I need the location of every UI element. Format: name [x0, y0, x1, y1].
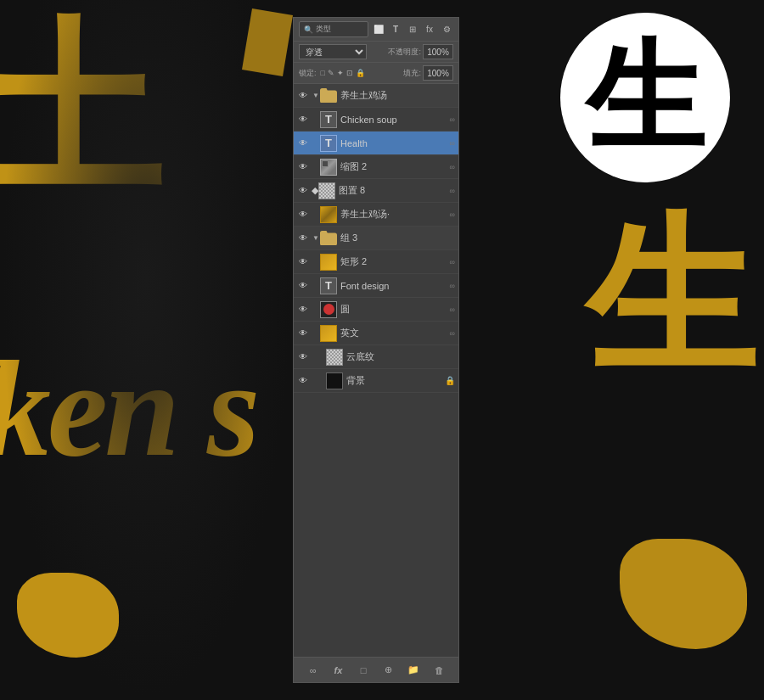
- link-soil: ∞: [450, 210, 455, 219]
- layer-shape2[interactable]: 👁 矩形 2 ∞: [294, 250, 458, 274]
- layer-cloud[interactable]: 👁 云底纹: [294, 345, 458, 369]
- panel-toolbar: 🔍 类型 ⬜ T ⊞ fx ⚙: [294, 18, 458, 42]
- panel-footer: ∞ fx □ ⊕ 📁 🗑: [294, 657, 458, 682]
- bg-text-ken: ken s: [0, 331, 256, 488]
- layer-chicken-soup[interactable]: 👁 T Chicken soup ∞: [294, 108, 458, 132]
- opacity-label: 不透明度:: [388, 47, 421, 58]
- eye-group1[interactable]: 👁: [297, 90, 309, 102]
- link-health: ∞: [450, 139, 455, 148]
- eye-font-design[interactable]: 👁: [297, 280, 309, 292]
- lock-position-btn[interactable]: ✦: [337, 69, 344, 77]
- indent-figure8: ◆: [312, 185, 318, 196]
- eye-circle[interactable]: 👁: [297, 304, 309, 316]
- layer-name-health: Health: [340, 138, 450, 148]
- eye-figure8[interactable]: 👁: [297, 185, 309, 197]
- thumb-font-design: T: [320, 277, 337, 294]
- layer-name-group1: 养生土鸡汤: [340, 89, 455, 102]
- link-shape2: ∞: [450, 258, 455, 266]
- fill-input[interactable]: [423, 65, 453, 81]
- eye-bg[interactable]: 👁: [297, 375, 309, 387]
- lock-label: 锁定:: [299, 68, 317, 79]
- lock-all-btn[interactable]: 🔒: [356, 69, 365, 77]
- link-thumbnail2: ∞: [450, 163, 455, 171]
- layer-figure8[interactable]: 👁 ◆ 图置 8 ∞: [294, 179, 458, 203]
- link-chicken-soup: ∞: [450, 115, 455, 124]
- eye-group3[interactable]: 👁: [297, 232, 309, 244]
- footer-group-btn[interactable]: 📁: [406, 663, 421, 678]
- thumb-group3: [320, 230, 337, 247]
- opacity-control: 不透明度:: [388, 44, 453, 59]
- eye-thumb2[interactable]: 👁: [297, 161, 309, 173]
- canvas-left: 土 ken s: [0, 0, 293, 700]
- search-icon: 🔍: [304, 25, 313, 34]
- layer-group3[interactable]: 👁 ▼ 组 3: [294, 227, 458, 250]
- canvas-right: 生 生: [458, 0, 764, 700]
- eye-cloud[interactable]: 👁: [297, 351, 309, 363]
- search-box[interactable]: 🔍 类型: [299, 21, 368, 37]
- thumb-english: [320, 325, 337, 342]
- collapse-group3[interactable]: ▼: [312, 234, 320, 243]
- thumb-shape2: [320, 254, 337, 271]
- layers-panel: 🔍 类型 ⬜ T ⊞ fx ⚙ 穿透 正常 不透明度: 锁定: □ ✎ ✦ ⊡ …: [293, 17, 459, 683]
- layer-english[interactable]: 👁 英文 ∞: [294, 322, 458, 345]
- lock-transparent-btn[interactable]: □: [321, 69, 325, 77]
- icon-image-btn[interactable]: ⬜: [372, 23, 385, 36]
- icon-resize-btn[interactable]: ⊞: [406, 23, 419, 36]
- footer-link-btn[interactable]: ∞: [306, 663, 321, 678]
- eye-english[interactable]: 👁: [297, 328, 309, 339]
- link-english: ∞: [450, 329, 455, 338]
- icon-effect-btn[interactable]: fx: [423, 23, 436, 36]
- layer-thumbnail2[interactable]: 👁 缩图 2 ∞: [294, 155, 458, 179]
- link-figure8: ∞: [450, 187, 455, 195]
- thumb-bg: [326, 372, 343, 389]
- opacity-input[interactable]: [423, 44, 453, 59]
- layer-name-thumbnail2: 缩图 2: [340, 160, 450, 173]
- layer-name-font-design: Font design: [340, 281, 450, 291]
- layer-name-shape2: 矩形 2: [340, 255, 450, 268]
- bg-white-circle: 生: [560, 13, 730, 182]
- layer-name-cloud: 云底纹: [346, 350, 455, 363]
- bg-chinese-left: 土: [0, 17, 161, 204]
- thumb-group1: [320, 87, 337, 104]
- fill-label: 填充:: [403, 68, 421, 79]
- layer-bg[interactable]: 👁 背景 🔒: [294, 369, 458, 393]
- layer-name-bg: 背景: [346, 374, 445, 387]
- layer-soil[interactable]: 👁 养生土鸡汤· ∞: [294, 203, 458, 227]
- lock-icons: □ ✎ ✦ ⊡ 🔒: [321, 69, 365, 77]
- layer-circle[interactable]: 👁 圆 ∞: [294, 298, 458, 322]
- footer-fx-btn[interactable]: fx: [330, 663, 345, 678]
- lock-paint-btn[interactable]: ✎: [328, 69, 334, 77]
- footer-mask-btn[interactable]: □: [356, 663, 371, 678]
- layer-name-english: 英文: [340, 327, 450, 339]
- layer-name-group3: 组 3: [340, 232, 455, 244]
- eye-chicken-soup[interactable]: 👁: [297, 114, 309, 126]
- icon-settings-btn[interactable]: ⚙: [440, 23, 453, 36]
- thumb-soil: [320, 206, 337, 223]
- icon-text-btn[interactable]: T: [389, 23, 402, 36]
- footer-adjustment-btn[interactable]: ⊕: [381, 663, 396, 678]
- thumb-chicken-soup: T: [320, 111, 337, 128]
- lock-artboard-btn[interactable]: ⊡: [346, 69, 353, 77]
- collapse-group1[interactable]: ▼: [312, 92, 320, 100]
- layer-name-figure8: 图置 8: [339, 184, 450, 197]
- layer-name-circle: 圆: [340, 303, 450, 316]
- layer-name-chicken-soup: Chicken soup: [340, 115, 450, 125]
- bg-circle-char: 生: [586, 38, 705, 157]
- footer-delete-btn[interactable]: 🗑: [431, 663, 447, 678]
- bg-chinese-right: 生: [586, 212, 756, 382]
- layer-group-1[interactable]: 👁 ▼ 养生土鸡汤: [294, 84, 458, 108]
- blend-mode-row: 穿透 正常 不透明度:: [294, 42, 458, 63]
- blend-mode-select[interactable]: 穿透 正常: [299, 44, 367, 59]
- layer-name-soil: 养生土鸡汤·: [340, 208, 450, 221]
- thumb-circle: [320, 301, 337, 318]
- link-font-design: ∞: [450, 282, 455, 290]
- layer-health[interactable]: 👁 T Health ∞: [294, 132, 458, 155]
- thumb-cloud: [326, 349, 343, 366]
- eye-health[interactable]: 👁: [297, 137, 309, 149]
- link-circle: ∞: [450, 305, 455, 314]
- eye-soil[interactable]: 👁: [297, 209, 309, 221]
- thumb-health: T: [320, 135, 337, 152]
- eye-shape2[interactable]: 👁: [297, 256, 309, 268]
- layer-font-design[interactable]: 👁 T Font design ∞: [294, 274, 458, 298]
- search-label: 类型: [316, 24, 331, 35]
